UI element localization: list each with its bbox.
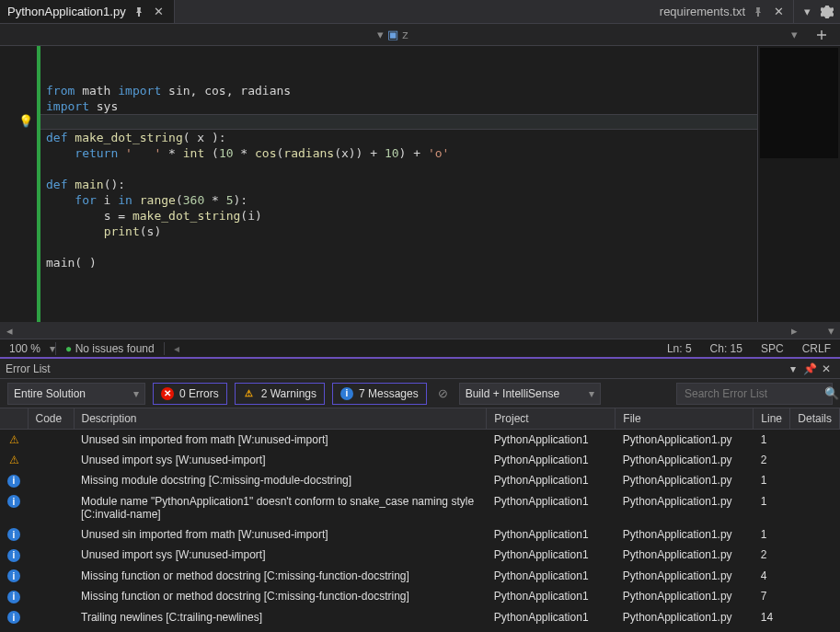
cell-code [28,566,74,587]
cell-project: PythonApplication1 [487,566,616,587]
cell-description: Missing module docstring [C:missing-modu… [74,470,487,491]
scroll-right-icon[interactable]: ▸ [785,324,803,338]
code-area[interactable]: from math import sin, cos, radians impor… [40,46,757,322]
editor-h-scroll[interactable]: ◂ ▸ ▾ [0,322,840,339]
search-icon[interactable]: 🔍 [824,386,839,400]
table-row[interactable]: ⚠Unused import sys [W:unused-import]Pyth… [0,450,840,470]
split-button[interactable] [803,29,840,41]
cell-code [28,430,74,451]
editor[interactable]: 💡 from math import sin, cos, radians imp… [0,46,840,322]
error-table: Code Description Project File Line Detai… [0,408,840,627]
pin-icon[interactable] [751,5,765,19]
table-row[interactable]: ⚠Unused sin imported from math [W:unused… [0,430,840,451]
table-row[interactable]: iMissing function or method docstring [C… [0,566,840,587]
cell-description: Missing function or method docstring [C:… [74,566,487,587]
cell-project: PythonApplication1 [487,607,616,628]
col-description[interactable]: Description [74,408,487,430]
scope-dropdown[interactable]: Entire Solution ▾ [7,383,145,405]
table-header-row[interactable]: Code Description Project File Line Detai… [0,408,840,430]
cell-line: 14 [754,607,790,628]
table-row[interactable]: iMissing module docstring [C:missing-mod… [0,470,840,491]
eol-mode[interactable]: CRLF [793,342,840,355]
chevron-down-icon[interactable]: ▾ [786,28,803,41]
panel-dropdown-icon[interactable]: ▾ [785,362,801,375]
cell-file: PythonApplication1.py [616,491,754,524]
close-icon[interactable]: ✕ [771,5,786,19]
chevron-down-icon[interactable]: ▾ [800,5,814,19]
source-dropdown[interactable]: Build + IntelliSense ▾ [459,383,601,405]
info-icon: i [7,495,20,508]
cell-line: 1 [754,524,790,546]
cell-description: Missing function or method docstring [C:… [74,586,487,607]
cell-line: 2 [754,545,790,566]
tab-label: requirements.txt [660,5,745,18]
whitespace-mode[interactable]: SPC [752,342,793,355]
cell-details [790,491,840,524]
cell-details [790,470,840,491]
prev-issue-icon[interactable]: ◂ [165,342,189,355]
minimap[interactable] [757,46,840,322]
warning-icon: ⚠ [9,433,19,446]
cell-code [28,586,74,607]
cell-description: Module name "PythonApplication1" doesn't… [74,491,487,524]
cell-details [790,430,840,451]
source-label: Build + IntelliSense [466,387,559,400]
warnings-filter[interactable]: ⚠ 2 Warnings [235,383,325,405]
cell-project: PythonApplication1 [487,450,616,470]
table-row[interactable]: iUnused sin imported from math [W:unused… [0,524,840,546]
scroll-left-icon[interactable]: ◂ [0,324,18,338]
tab-active[interactable]: PythonApplication1.py ✕ [0,0,175,23]
info-icon: i [7,528,20,541]
nav-scope-dropdown[interactable]: ▾ ▣ z [0,28,786,41]
editor-margin: 💡 [0,46,37,322]
pin-icon[interactable]: 📌 [801,362,818,375]
errors-filter[interactable]: ✕ 0 Errors [153,383,227,405]
tab-label: PythonApplication1.py [7,5,126,18]
warnings-count: 2 Warnings [261,387,316,400]
error-icon: ✕ [161,387,174,400]
col-details[interactable]: Details [790,408,840,430]
info-icon: i [340,387,353,400]
cell-file: PythonApplication1.py [616,545,754,566]
messages-filter[interactable]: i 7 Messages [332,383,427,405]
col-project[interactable]: Project [487,408,616,430]
zoom-level[interactable]: 100 % [0,342,50,355]
table-row[interactable]: iUnused import sys [W:unused-import]Pyth… [0,545,840,566]
pin-icon[interactable] [132,5,146,19]
tab-strip: PythonApplication1.py ✕ requirements.txt… [0,0,840,24]
table-row[interactable]: iTrailing newlines [C:trailing-newlines]… [0,607,840,628]
scroll-down-icon[interactable]: ▾ [803,324,840,338]
info-icon: i [7,611,20,624]
line-indicator[interactable]: Ln: 5 [658,342,701,355]
search-input[interactable] [683,386,824,401]
cell-details [790,450,840,470]
table-row[interactable]: iModule name "PythonApplication1" doesn'… [0,491,840,524]
lightbulb-icon[interactable]: 💡 [18,114,33,128]
cell-details [790,545,840,566]
gear-icon[interactable] [820,5,834,19]
cell-file: PythonApplication1.py [616,430,754,451]
error-list-body[interactable]: Code Description Project File Line Detai… [0,408,840,632]
cell-file: PythonApplication1.py [616,470,754,491]
col-file[interactable]: File [616,408,754,430]
table-row[interactable]: iMissing function or method docstring [C… [0,586,840,607]
issues-status[interactable]: ● No issues found [56,342,164,355]
editor-status-bar: 100 % ▾ ● No issues found ◂ Ln: 5 Ch: 15… [0,339,840,359]
tab-requirements[interactable]: requirements.txt ✕ [652,0,794,23]
clear-filter-icon[interactable]: ⊘ [434,386,452,400]
close-icon[interactable]: ✕ [818,362,834,375]
col-indicator[interactable]: Ch: 15 [701,342,752,355]
cell-file: PythonApplication1.py [616,586,754,607]
cell-details [790,586,840,607]
info-icon: i [7,569,20,582]
col-icon[interactable] [0,408,28,430]
cell-description: Unused import sys [W:unused-import] [74,450,487,470]
scope-label: Entire Solution [14,387,86,400]
col-code[interactable]: Code [28,408,74,430]
search-box[interactable]: 🔍 ▾ [676,383,833,405]
close-icon[interactable]: ✕ [152,5,167,19]
error-list-header: Error List ▾ 📌 ✕ [0,359,840,379]
info-icon: i [7,475,20,488]
col-line[interactable]: Line [754,408,790,430]
cell-code [28,524,74,546]
